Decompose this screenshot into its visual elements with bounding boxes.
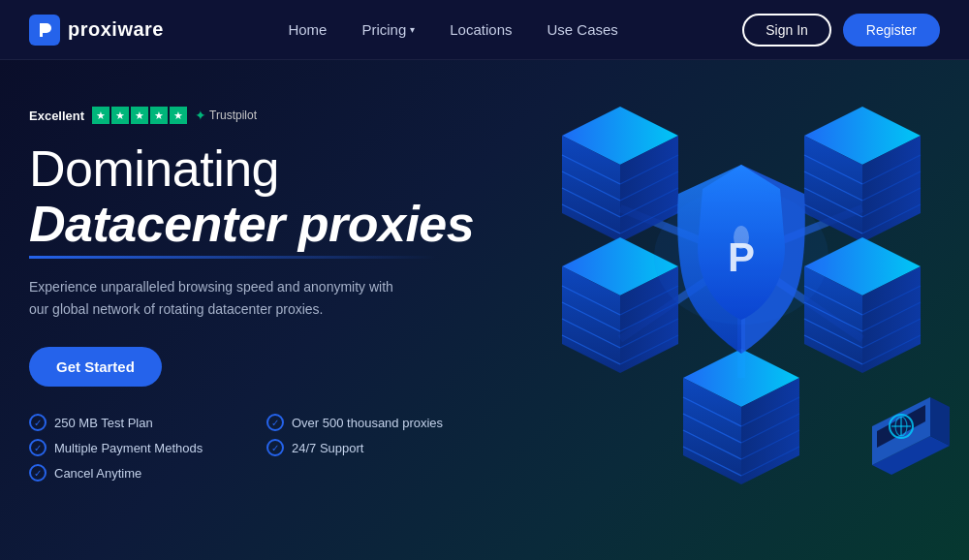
check-icon-5: ✓: [29, 464, 47, 482]
navbar: proxiware Home Pricing ▾ Locations Use C…: [0, 0, 969, 60]
headline-2: Datacenter proxies: [29, 197, 475, 252]
nav-links: Home Pricing ▾ Locations Use Cases: [288, 21, 617, 39]
nav-item-home[interactable]: Home: [288, 21, 327, 39]
feature-item-2: ✓ Over 500 thousand proxies: [266, 414, 475, 431]
register-button[interactable]: Register: [843, 14, 940, 47]
nav-link-pricing[interactable]: Pricing ▾: [361, 21, 415, 38]
star-2: ★: [111, 107, 129, 124]
feature-label-2: Over 500 thousand proxies: [292, 416, 443, 430]
feature-label-3: Multiple Payment Methods: [54, 441, 203, 455]
hero-description: Experience unparalleled browsing speed a…: [29, 276, 397, 320]
star-4: ★: [150, 107, 168, 124]
nav-item-use-cases[interactable]: Use Cases: [547, 21, 617, 39]
hero-illustration: P: [475, 97, 940, 560]
nav-link-locations[interactable]: Locations: [450, 21, 512, 38]
trustpilot-logo: ✦ Trustpilot: [195, 108, 257, 123]
trustpilot-icon: ✦: [195, 108, 206, 123]
star-1: ★: [92, 107, 109, 124]
nav-item-pricing[interactable]: Pricing ▾: [361, 21, 415, 38]
feature-label-5: Cancel Anytime: [54, 466, 141, 481]
svg-point-70: [654, 189, 828, 325]
nav-actions: Sign In Register: [742, 14, 940, 47]
headline-underline: [29, 256, 436, 259]
feature-item-1: ✓ 250 MB Test Plan: [29, 414, 237, 431]
logo-text: proxiware: [68, 18, 164, 41]
star-rating: ★ ★ ★ ★ ★: [92, 107, 187, 124]
feature-item-5: ✓ Cancel Anytime: [29, 464, 237, 482]
trustpilot-label: Excellent: [29, 109, 84, 123]
logo: proxiware: [29, 15, 164, 46]
star-5: ★: [170, 107, 187, 124]
star-3: ★: [131, 107, 148, 124]
feature-list: ✓ 250 MB Test Plan ✓ Over 500 thousand p…: [29, 414, 475, 482]
feature-item-4: ✓ 24/7 Support: [266, 439, 475, 456]
nav-item-locations[interactable]: Locations: [450, 21, 512, 39]
hero-left: Excellent ★ ★ ★ ★ ★ ✦ Trustpilot Dominat…: [29, 97, 475, 482]
trustpilot-badge: Excellent ★ ★ ★ ★ ★ ✦ Trustpilot: [29, 107, 475, 124]
nav-link-home[interactable]: Home: [288, 21, 327, 38]
logo-icon: [29, 15, 60, 46]
nav-link-use-cases[interactable]: Use Cases: [547, 21, 617, 38]
feature-label-1: 250 MB Test Plan: [54, 416, 153, 430]
check-icon-3: ✓: [29, 439, 47, 456]
headline-1: Dominating: [29, 141, 475, 197]
feature-label-4: 24/7 Support: [292, 441, 363, 455]
check-icon-2: ✓: [266, 414, 284, 431]
chevron-down-icon: ▾: [410, 24, 415, 35]
check-icon-1: ✓: [29, 414, 47, 431]
hero-section: Excellent ★ ★ ★ ★ ★ ✦ Trustpilot Dominat…: [0, 60, 969, 560]
sign-in-button[interactable]: Sign In: [742, 14, 831, 47]
feature-item-3: ✓ Multiple Payment Methods: [29, 439, 237, 456]
datacenter-svg: P: [494, 78, 969, 543]
get-started-button[interactable]: Get Started: [29, 347, 162, 387]
check-icon-4: ✓: [266, 439, 284, 456]
